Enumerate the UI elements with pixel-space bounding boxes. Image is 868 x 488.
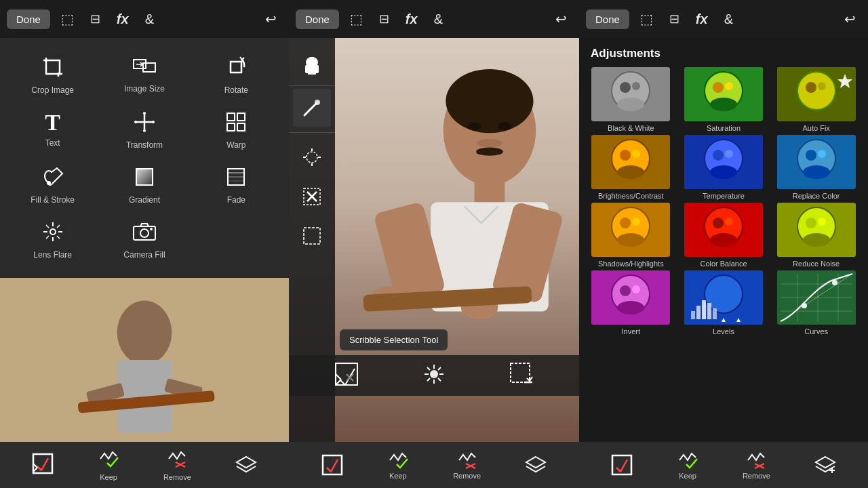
svg-point-88	[430, 370, 438, 378]
remove-btn-3[interactable]: Remove	[743, 451, 770, 480]
toolbar-1: Done ⬚ ⊟ fx & ↩	[0, 0, 289, 38]
svg-point-139	[632, 218, 640, 226]
svg-point-36	[140, 229, 149, 237]
undo-icon-2[interactable]: ↩	[550, 8, 572, 30]
svg-point-115	[710, 98, 737, 111]
svg-point-118	[806, 82, 816, 93]
lens-flare-icon	[42, 221, 64, 246]
sliders-icon-3[interactable]: ⊟	[664, 9, 685, 29]
tool-transform[interactable]: Transform	[98, 103, 190, 158]
keep-btn-2[interactable]: Keep	[387, 451, 409, 480]
tool-lens-flare[interactable]: Lens Flare	[7, 213, 98, 268]
tool-fade[interactable]: Fade	[191, 158, 282, 213]
fx-icon-3[interactable]: fx	[690, 9, 713, 30]
scribble-brush-tool[interactable]	[293, 89, 331, 127]
adj-color-balance[interactable]: Color Balance	[679, 203, 769, 268]
adj-replace-color[interactable]: Replace Color	[771, 135, 861, 200]
sliders-icon-1[interactable]: ⊟	[85, 9, 106, 29]
adj-thumb-temperature	[684, 135, 763, 189]
select-icon-3[interactable]: ⬚	[635, 8, 658, 30]
remove-btn-2[interactable]: Remove	[453, 451, 481, 480]
svg-marker-51	[237, 457, 256, 468]
crop-icon	[42, 56, 64, 81]
adj-curves[interactable]: Curves	[771, 270, 861, 336]
keep-btn-1[interactable]: Keep	[98, 449, 119, 481]
quick-select-btn-1[interactable]	[32, 453, 54, 477]
svg-point-11	[143, 112, 146, 115]
adj-shadows[interactable]: Shadows/Highlights	[586, 203, 676, 268]
sliders-icon-2[interactable]: ⊟	[374, 9, 395, 29]
adj-curves-label: Curves	[804, 327, 828, 336]
svg-marker-105	[526, 457, 545, 468]
tool-rotate[interactable]: Rotate	[191, 48, 282, 103]
svg-rect-67	[308, 70, 316, 75]
erase-select-tool[interactable]	[293, 178, 331, 216]
tool-crop[interactable]: Crop Image	[7, 48, 98, 103]
svg-point-174	[832, 280, 837, 285]
done-button-1[interactable]: Done	[7, 9, 50, 29]
svg-point-58	[476, 147, 503, 155]
quick-select-btn-3[interactable]	[611, 454, 633, 476]
svg-rect-0	[46, 60, 60, 74]
adj-black-white[interactable]: Black & White	[586, 67, 676, 132]
adjustments-title: Adjustments	[583, 41, 865, 67]
layers-btn-2[interactable]	[525, 455, 547, 474]
ampersand-icon-1[interactable]: &	[140, 9, 159, 30]
svg-rect-15	[227, 113, 235, 121]
svg-line-85	[336, 374, 341, 380]
check-x-tool[interactable]	[334, 362, 359, 389]
quick-select-btn-2[interactable]	[321, 454, 343, 476]
adj-reduce-noise[interactable]: Reduce Noise	[771, 203, 861, 268]
remove-btn-1[interactable]: Remove	[163, 449, 191, 481]
svg-line-93	[427, 367, 430, 370]
adj-invert[interactable]: Invert	[586, 270, 676, 336]
svg-point-144	[725, 218, 733, 226]
done-button-3[interactable]: Done	[586, 9, 629, 29]
lasso-minus-tool[interactable]	[509, 362, 534, 389]
tool-image-size[interactable]: Image Size	[98, 48, 190, 103]
svg-point-39	[117, 301, 172, 365]
svg-rect-6	[143, 63, 155, 72]
layers-btn-3[interactable]	[814, 455, 836, 474]
tool-gradient[interactable]: Gradient	[98, 158, 190, 213]
panel-tools: Done ⬚ ⊟ fx & ↩ Crop Image	[0, 0, 289, 488]
transform-label: Transform	[126, 140, 163, 150]
fx-icon-2[interactable]: fx	[400, 9, 423, 30]
fade-label: Fade	[227, 195, 245, 205]
adj-autofix-label: Auto Fix	[802, 124, 829, 132]
svg-rect-162	[713, 308, 717, 319]
adj-brightness[interactable]: Brightness/Contrast	[586, 135, 676, 200]
svg-rect-158	[691, 311, 695, 319]
svg-point-55	[468, 122, 481, 130]
svg-point-57	[477, 139, 502, 147]
adj-levels[interactable]: Levels	[679, 270, 769, 336]
select-icon-2[interactable]: ⬚	[344, 8, 368, 30]
fx-icon-1[interactable]: fx	[111, 9, 134, 30]
lasso-tool[interactable]	[293, 217, 331, 255]
ampersand-icon-2[interactable]: &	[429, 9, 448, 30]
undo-icon-1[interactable]: ↩	[260, 8, 282, 30]
svg-point-138	[620, 218, 631, 228]
tool-camera-fill[interactable]: Camera Fill	[98, 213, 190, 268]
svg-point-150	[803, 233, 830, 247]
stamp-tool[interactable]	[293, 45, 331, 83]
svg-point-155	[617, 301, 644, 314]
layers-btn-1[interactable]	[235, 455, 257, 474]
svg-rect-161	[707, 303, 711, 319]
magic-wand-tool[interactable]	[422, 362, 446, 389]
adj-auto-fix[interactable]: Auto Fix	[771, 67, 861, 132]
keep-btn-3[interactable]: Keep	[677, 451, 698, 480]
adj-saturation[interactable]: Saturation	[679, 67, 769, 132]
adjustments-content: Adjustments Black & White	[579, 38, 868, 442]
undo-icon-3[interactable]: ↩	[839, 8, 861, 30]
text-icon: T	[45, 111, 60, 134]
ampersand-icon-3[interactable]: &	[719, 9, 738, 30]
tool-fill-stroke[interactable]: Fill & Stroke	[7, 158, 98, 213]
select-icon-1[interactable]: ⬚	[56, 8, 79, 30]
tool-text[interactable]: T Text	[7, 103, 98, 158]
done-button-2[interactable]: Done	[296, 9, 339, 29]
adj-temperature[interactable]: Temperature	[679, 135, 769, 200]
adj-thumb-shadows	[591, 203, 670, 257]
tool-warp[interactable]: Warp	[191, 103, 282, 158]
magic-select-tool[interactable]	[293, 138, 331, 176]
